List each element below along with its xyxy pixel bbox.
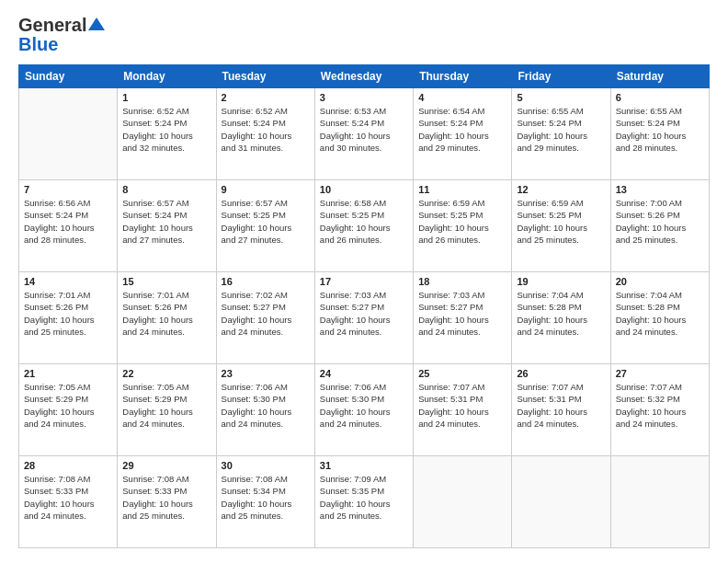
day-number: 20	[616, 276, 704, 287]
calendar-cell: 28Sunrise: 7:08 AM Sunset: 5:33 PM Dayli…	[19, 456, 118, 548]
day-number: 18	[418, 276, 506, 287]
day-number: 19	[517, 276, 605, 287]
calendar-cell: 22Sunrise: 7:05 AM Sunset: 5:29 PM Dayli…	[118, 364, 216, 456]
day-info: Sunrise: 6:57 AM Sunset: 5:25 PM Dayligh…	[222, 197, 310, 246]
day-info: Sunrise: 6:56 AM Sunset: 5:24 PM Dayligh…	[24, 197, 112, 246]
day-number: 30	[222, 460, 310, 471]
calendar-cell: 10Sunrise: 6:58 AM Sunset: 5:25 PM Dayli…	[314, 180, 413, 272]
calendar-cell: 15Sunrise: 7:01 AM Sunset: 5:26 PM Dayli…	[118, 272, 216, 364]
weekday-header-sunday: Sunday	[19, 65, 118, 88]
calendar-cell: 1Sunrise: 6:52 AM Sunset: 5:24 PM Daylig…	[118, 88, 216, 180]
calendar-cell: 9Sunrise: 6:57 AM Sunset: 5:25 PM Daylig…	[216, 180, 314, 272]
day-info: Sunrise: 6:57 AM Sunset: 5:24 PM Dayligh…	[122, 197, 210, 246]
header: General Blue	[18, 15, 710, 55]
day-number: 28	[24, 460, 112, 471]
day-info: Sunrise: 6:55 AM Sunset: 5:24 PM Dayligh…	[616, 105, 704, 154]
day-number: 22	[122, 368, 210, 379]
day-info: Sunrise: 6:59 AM Sunset: 5:25 PM Dayligh…	[418, 197, 506, 246]
day-info: Sunrise: 7:07 AM Sunset: 5:31 PM Dayligh…	[517, 381, 605, 430]
day-number: 9	[222, 184, 310, 195]
weekday-header-friday: Friday	[512, 65, 610, 88]
day-number: 11	[418, 184, 506, 195]
day-number: 23	[222, 368, 310, 379]
day-info: Sunrise: 7:05 AM Sunset: 5:29 PM Dayligh…	[24, 381, 112, 430]
day-info: Sunrise: 7:09 AM Sunset: 5:35 PM Dayligh…	[320, 473, 408, 522]
calendar-cell: 8Sunrise: 6:57 AM Sunset: 5:24 PM Daylig…	[118, 180, 216, 272]
day-number: 10	[320, 184, 408, 195]
weekday-header-tuesday: Tuesday	[216, 65, 314, 88]
calendar-cell: 7Sunrise: 6:56 AM Sunset: 5:24 PM Daylig…	[19, 180, 118, 272]
calendar-cell: 6Sunrise: 6:55 AM Sunset: 5:24 PM Daylig…	[610, 88, 709, 180]
day-number: 26	[517, 368, 605, 379]
calendar-cell: 17Sunrise: 7:03 AM Sunset: 5:27 PM Dayli…	[314, 272, 413, 364]
calendar-cell: 19Sunrise: 7:04 AM Sunset: 5:28 PM Dayli…	[512, 272, 610, 364]
day-number: 4	[418, 92, 506, 103]
day-info: Sunrise: 7:04 AM Sunset: 5:28 PM Dayligh…	[517, 289, 605, 338]
day-info: Sunrise: 6:52 AM Sunset: 5:24 PM Dayligh…	[222, 105, 310, 154]
day-info: Sunrise: 7:06 AM Sunset: 5:30 PM Dayligh…	[320, 381, 408, 430]
calendar-cell: 3Sunrise: 6:53 AM Sunset: 5:24 PM Daylig…	[314, 88, 413, 180]
day-number: 15	[122, 276, 210, 287]
day-info: Sunrise: 7:01 AM Sunset: 5:26 PM Dayligh…	[24, 289, 112, 338]
calendar-cell: 26Sunrise: 7:07 AM Sunset: 5:31 PM Dayli…	[512, 364, 610, 456]
day-number: 21	[24, 368, 112, 379]
day-number: 1	[122, 92, 210, 103]
calendar-cell: 21Sunrise: 7:05 AM Sunset: 5:29 PM Dayli…	[19, 364, 118, 456]
calendar-cell	[610, 456, 709, 548]
calendar-cell: 14Sunrise: 7:01 AM Sunset: 5:26 PM Dayli…	[19, 272, 118, 364]
weekday-header-wednesday: Wednesday	[314, 65, 413, 88]
day-info: Sunrise: 7:08 AM Sunset: 5:33 PM Dayligh…	[24, 473, 112, 522]
calendar-cell: 5Sunrise: 6:55 AM Sunset: 5:24 PM Daylig…	[512, 88, 610, 180]
day-info: Sunrise: 7:00 AM Sunset: 5:26 PM Dayligh…	[616, 197, 704, 246]
day-info: Sunrise: 7:02 AM Sunset: 5:27 PM Dayligh…	[222, 289, 310, 338]
day-number: 6	[616, 92, 704, 103]
day-number: 31	[320, 460, 408, 471]
day-info: Sunrise: 7:03 AM Sunset: 5:27 PM Dayligh…	[418, 289, 506, 338]
day-info: Sunrise: 7:07 AM Sunset: 5:31 PM Dayligh…	[418, 381, 506, 430]
day-info: Sunrise: 7:06 AM Sunset: 5:30 PM Dayligh…	[222, 381, 310, 430]
day-number: 8	[122, 184, 210, 195]
day-number: 2	[222, 92, 310, 103]
page: General Blue SundayMondayTuesdayWednesda…	[0, 0, 728, 563]
calendar-cell: 27Sunrise: 7:07 AM Sunset: 5:32 PM Dayli…	[610, 364, 709, 456]
calendar-week-row: 14Sunrise: 7:01 AM Sunset: 5:26 PM Dayli…	[19, 272, 710, 364]
calendar-week-row: 7Sunrise: 6:56 AM Sunset: 5:24 PM Daylig…	[19, 180, 710, 272]
logo-blue: Blue	[18, 34, 58, 55]
day-number: 13	[616, 184, 704, 195]
calendar-cell: 20Sunrise: 7:04 AM Sunset: 5:28 PM Dayli…	[610, 272, 709, 364]
day-info: Sunrise: 7:08 AM Sunset: 5:33 PM Dayligh…	[122, 473, 210, 522]
calendar-cell: 13Sunrise: 7:00 AM Sunset: 5:26 PM Dayli…	[610, 180, 709, 272]
day-number: 3	[320, 92, 408, 103]
calendar-cell: 12Sunrise: 6:59 AM Sunset: 5:25 PM Dayli…	[512, 180, 610, 272]
day-info: Sunrise: 6:59 AM Sunset: 5:25 PM Dayligh…	[517, 197, 605, 246]
calendar-week-row: 21Sunrise: 7:05 AM Sunset: 5:29 PM Dayli…	[19, 364, 710, 456]
day-info: Sunrise: 6:58 AM Sunset: 5:25 PM Dayligh…	[320, 197, 408, 246]
weekday-header-saturday: Saturday	[610, 65, 709, 88]
calendar-week-row: 1Sunrise: 6:52 AM Sunset: 5:24 PM Daylig…	[19, 88, 710, 180]
calendar-week-row: 28Sunrise: 7:08 AM Sunset: 5:33 PM Dayli…	[19, 456, 710, 548]
day-number: 12	[517, 184, 605, 195]
day-info: Sunrise: 7:05 AM Sunset: 5:29 PM Dayligh…	[122, 381, 210, 430]
day-number: 7	[24, 184, 112, 195]
calendar-cell	[414, 456, 512, 548]
calendar-table: SundayMondayTuesdayWednesdayThursdayFrid…	[18, 64, 710, 548]
day-info: Sunrise: 6:54 AM Sunset: 5:24 PM Dayligh…	[418, 105, 506, 154]
logo-triangle-icon	[88, 17, 105, 30]
weekday-header-thursday: Thursday	[414, 65, 512, 88]
calendar-cell: 11Sunrise: 6:59 AM Sunset: 5:25 PM Dayli…	[414, 180, 512, 272]
calendar-cell	[19, 88, 118, 180]
calendar-cell: 25Sunrise: 7:07 AM Sunset: 5:31 PM Dayli…	[414, 364, 512, 456]
calendar-cell: 31Sunrise: 7:09 AM Sunset: 5:35 PM Dayli…	[314, 456, 413, 548]
calendar-cell: 23Sunrise: 7:06 AM Sunset: 5:30 PM Dayli…	[216, 364, 314, 456]
weekday-header-row: SundayMondayTuesdayWednesdayThursdayFrid…	[19, 65, 710, 88]
calendar-cell: 4Sunrise: 6:54 AM Sunset: 5:24 PM Daylig…	[414, 88, 512, 180]
logo: General Blue	[18, 15, 105, 55]
day-info: Sunrise: 7:03 AM Sunset: 5:27 PM Dayligh…	[320, 289, 408, 338]
calendar-cell: 29Sunrise: 7:08 AM Sunset: 5:33 PM Dayli…	[118, 456, 216, 548]
day-number: 14	[24, 276, 112, 287]
calendar-cell: 2Sunrise: 6:52 AM Sunset: 5:24 PM Daylig…	[216, 88, 314, 180]
day-number: 16	[222, 276, 310, 287]
day-number: 27	[616, 368, 704, 379]
weekday-header-monday: Monday	[118, 65, 216, 88]
calendar-cell: 16Sunrise: 7:02 AM Sunset: 5:27 PM Dayli…	[216, 272, 314, 364]
